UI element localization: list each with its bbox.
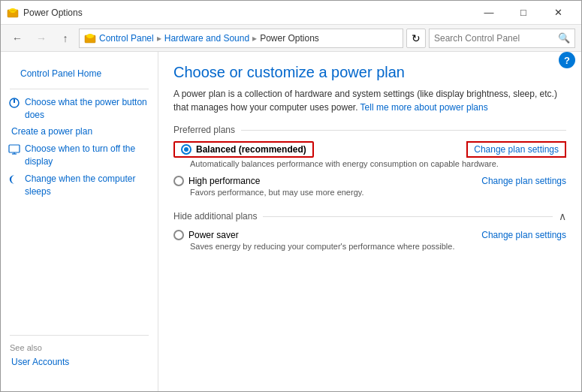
sidebar-link-user-accounts[interactable]: User Accounts: [1, 354, 158, 371]
high-perf-radio[interactable]: [173, 176, 184, 186]
sleep-icon: [8, 173, 22, 185]
change-plan-balanced-link[interactable]: Change plan settings: [466, 141, 566, 158]
high-perf-label: High performance: [173, 176, 260, 186]
close-button[interactable]: ✕: [541, 1, 575, 25]
chevron-up-icon[interactable]: ∧: [559, 210, 566, 222]
maximize-button[interactable]: □: [506, 1, 541, 25]
help-button[interactable]: ?: [559, 52, 575, 68]
power-saver-radio[interactable]: [173, 230, 184, 240]
address-bar: ← → ↑ Control Panel ▸ Hardware and Sound…: [1, 25, 581, 52]
breadcrumb-icon: [84, 32, 99, 44]
sidebar-link-sleep[interactable]: Change when the computer sleeps: [25, 173, 149, 198]
display-icon: [8, 143, 22, 155]
balanced-radio[interactable]: [181, 144, 191, 155]
breadcrumb-hardware-sound[interactable]: Hardware and Sound: [164, 33, 249, 44]
sidebar: Control Panel Home Choose what the power…: [1, 52, 158, 391]
change-plan-saver-link[interactable]: Change plan settings: [481, 230, 566, 240]
sidebar-item-power-button[interactable]: Choose what the power button does: [1, 94, 158, 124]
up-button[interactable]: ↑: [55, 28, 76, 49]
sidebar-link-display[interactable]: Choose when to turn off the display: [25, 143, 149, 168]
sidebar-item-sleep[interactable]: Change when the computer sleeps: [1, 170, 158, 201]
high-perf-name: High performance: [188, 176, 260, 186]
main-area: Control Panel Home Choose what the power…: [1, 52, 581, 391]
page-title: Choose or customize a power plan: [173, 64, 566, 81]
power-saver-name: Power saver: [188, 230, 239, 240]
change-plan-high-link[interactable]: Change plan settings: [481, 176, 566, 186]
sidebar-item-display[interactable]: Choose when to turn off the display: [1, 140, 158, 170]
minimize-button[interactable]: —: [472, 1, 506, 25]
sidebar-home-link[interactable]: Control Panel Home: [10, 65, 149, 83]
search-box: 🔍: [429, 29, 575, 48]
power-button-icon: [8, 97, 22, 109]
sidebar-link-create-plan[interactable]: Create a power plan: [1, 123, 158, 140]
high-perf-desc: Favors performance, but may use more ene…: [190, 188, 566, 197]
window-icon: [7, 7, 19, 19]
preferred-plans-header: Preferred plans: [173, 125, 566, 135]
plan-balanced: Balanced (recommended) Change plan setti…: [173, 141, 566, 168]
page-description: A power plan is a collection of hardware…: [173, 87, 566, 114]
window-title: Power Options: [23, 8, 472, 18]
search-icon: 🔍: [558, 32, 570, 44]
breadcrumb-current: Power Options: [260, 33, 319, 44]
forward-button[interactable]: →: [31, 28, 52, 49]
svg-point-3: [86, 34, 94, 38]
main-window: Power Options — □ ✕ ← → ↑ Control Panel …: [0, 0, 582, 392]
see-also-label: See also: [1, 340, 158, 354]
back-button[interactable]: ←: [7, 28, 28, 49]
plan-power-saver: Power saver Change plan settings Saves e…: [173, 230, 566, 251]
power-saver-desc: Saves energy by reducing your computer's…: [190, 242, 566, 251]
breadcrumb-control-panel[interactable]: Control Panel: [99, 33, 154, 44]
content-area: ? Choose or customize a power plan A pow…: [158, 52, 581, 391]
window-controls: — □ ✕: [472, 1, 575, 25]
refresh-button[interactable]: ↻: [406, 29, 426, 48]
power-saver-label: Power saver: [173, 230, 239, 240]
balanced-label: Balanced (recommended): [196, 144, 306, 155]
svg-rect-6: [9, 145, 20, 152]
title-bar: Power Options — □ ✕: [1, 1, 581, 25]
sidebar-link-power-button[interactable]: Choose what the power button does: [25, 96, 149, 122]
plan-high-performance: High performance Change plan settings Fa…: [173, 176, 566, 197]
breadcrumb: Control Panel ▸ Hardware and Sound ▸ Pow…: [79, 29, 403, 48]
hide-additional-section: Hide additional plans ∧ Power saver Chan…: [173, 210, 566, 251]
balanced-desc: Automatically balances performance with …: [190, 159, 566, 168]
hide-additional-label: Hide additional plans: [173, 211, 257, 222]
search-input[interactable]: [434, 33, 558, 44]
tell-me-more-link[interactable]: Tell me more about power plans: [360, 102, 488, 113]
balanced-radio-box: Balanced (recommended): [173, 141, 314, 158]
